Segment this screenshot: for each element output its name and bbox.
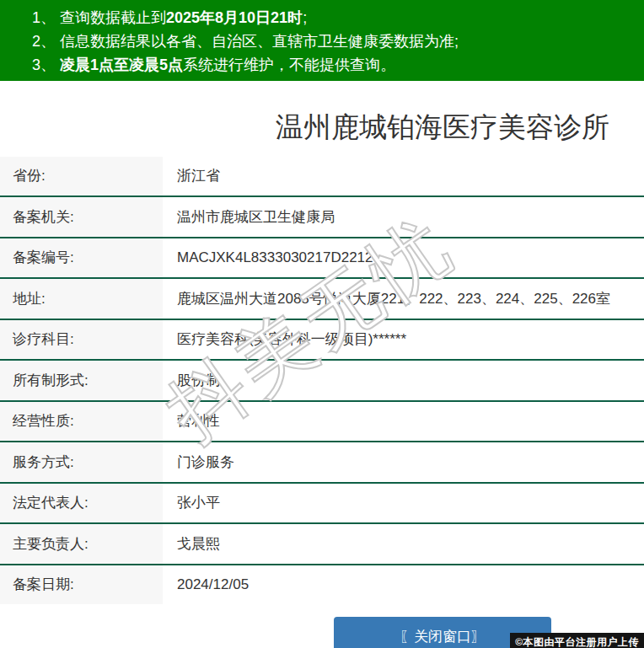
table-row: 诊疗科目:医疗美容科(美容外科一级项目)****** (0, 320, 644, 361)
table-row: 省份:浙江省 (0, 157, 644, 198)
row-label: 主要负责人: (0, 524, 163, 564)
row-value: 门诊服务 (163, 442, 644, 482)
notice-segment: 3、 (32, 56, 60, 73)
table-row: 备案编号:MACJXK4L8333030217D2212 (0, 238, 644, 280)
table-row: 主要负责人:戈晨熙 (0, 524, 644, 565)
info-table: 省份:浙江省备案机关:温州市鹿城区卫生健康局备案编号:MACJXK4L83330… (0, 157, 644, 605)
notice-segment: 系统进行维护，不能提供查询。 (183, 56, 395, 73)
table-row: 所有制形式:股份制 (0, 361, 644, 402)
table-row: 地址:鹿城区温州大道2088号悦尚大厦221、222、223、224、225、2… (0, 279, 644, 320)
notice-line: 1、 查询数据截止到2025年8月10日21时; (32, 6, 636, 29)
row-value: 戈晨熙 (163, 524, 644, 564)
row-label: 备案日期: (0, 565, 163, 605)
row-value: MACJXK4L8333030217D2212 (163, 238, 644, 278)
main-content: 温州鹿城铂海医疗美容诊所 省份:浙江省备案机关:温州市鹿城区卫生健康局备案编号:… (0, 110, 644, 648)
row-label: 诊疗科目: (0, 320, 163, 360)
row-label: 服务方式: (0, 442, 163, 482)
table-row: 备案日期:2024/12/05 (0, 565, 644, 605)
row-label: 备案编号: (0, 238, 163, 278)
row-value: 鹿城区温州大道2088号悦尚大厦221、222、223、224、225、226室 (163, 279, 644, 319)
row-value: 温州市鹿城区卫生健康局 (163, 197, 644, 237)
notice-line: 2、 信息数据结果以各省、自治区、直辖市卫生健康委数据为准; (32, 29, 636, 53)
row-value: 2024/12/05 (163, 565, 644, 605)
row-label: 经营性质: (0, 402, 163, 442)
notice-banner: 1、 查询数据截止到2025年8月10日21时;2、 信息数据结果以各省、自治区… (0, 0, 644, 81)
row-label: 所有制形式: (0, 361, 163, 400)
table-row: 服务方式:门诊服务 (0, 442, 644, 484)
clinic-name-title: 温州鹿城铂海医疗美容诊所 (0, 110, 644, 144)
upload-credit-badge: ©本图由平台注册用户上传 (510, 633, 644, 648)
notice-segment: 1、 查询数据截止到 (32, 9, 166, 26)
row-value: 股份制 (163, 361, 644, 400)
row-value: 张小平 (163, 484, 644, 523)
row-value: 营利性 (163, 402, 644, 442)
row-label: 法定代表人: (0, 484, 163, 523)
notice-segment-bold: 凌晨1点至凌晨5点 (60, 56, 183, 73)
notice-line: 3、 凌晨1点至凌晨5点系统进行维护，不能提供查询。 (32, 53, 636, 77)
row-value: 浙江省 (163, 157, 644, 196)
row-label: 省份: (0, 157, 163, 196)
notice-segment: ; (303, 9, 307, 26)
row-value: 医疗美容科(美容外科一级项目)****** (163, 320, 644, 360)
row-label: 备案机关: (0, 197, 163, 237)
table-row: 备案机关:温州市鹿城区卫生健康局 (0, 197, 644, 238)
table-row: 经营性质:营利性 (0, 402, 644, 443)
notice-segment: 2、 信息数据结果以各省、自治区、直辖市卫生健康委数据为准; (32, 33, 459, 50)
notice-segment-bold: 2025年8月10日21时 (166, 9, 303, 26)
row-label: 地址: (0, 279, 163, 319)
table-row: 法定代表人:张小平 (0, 484, 644, 525)
